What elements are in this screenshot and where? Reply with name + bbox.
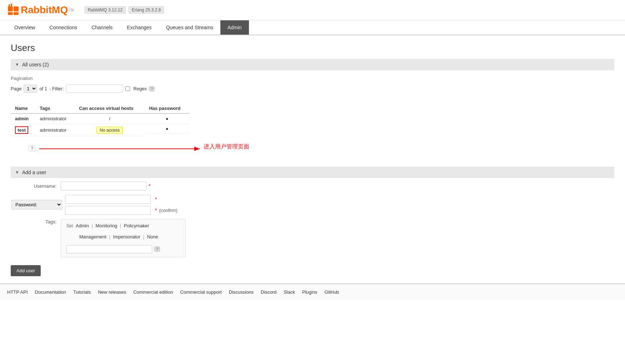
nav-admin[interactable]: Admin xyxy=(220,20,249,35)
footer-link-github[interactable]: GitHub xyxy=(325,289,339,295)
page-select[interactable]: 1 xyxy=(24,85,37,93)
footer-link-tutorials[interactable]: Tutorials xyxy=(73,289,91,295)
tag-management-link[interactable]: Management xyxy=(79,234,106,239)
footer-link-http-api[interactable]: HTTP API xyxy=(7,289,28,295)
tags-box: Set Admin | Monitoring | Policymaker Man… xyxy=(61,219,186,257)
regex-label: Regex xyxy=(134,86,147,91)
footer: HTTP APIDocumentationTutorialsNew releas… xyxy=(0,283,625,300)
nav-connections[interactable]: Connections xyxy=(42,20,84,35)
pagination-label: Pagination xyxy=(11,76,614,81)
password-confirm-input[interactable] xyxy=(65,206,151,215)
footer-link-plugins[interactable]: Plugins xyxy=(302,289,318,295)
footer-link-slack[interactable]: Slack xyxy=(284,289,295,295)
nav-exchanges[interactable]: Exchanges xyxy=(120,20,159,35)
annotation-area: ? 进入用户管理页面 xyxy=(11,138,614,163)
no-access-badge: No access xyxy=(96,127,123,134)
add-user-arrow-icon: ▼ xyxy=(15,170,19,175)
footer-link-discussions[interactable]: Discussions xyxy=(229,289,254,295)
logo-tm: TM xyxy=(69,8,74,12)
table-row: admin administrator / ● xyxy=(11,113,189,124)
tag-policymaker-link[interactable]: Policymaker xyxy=(124,223,149,228)
filter-label: - Filter: xyxy=(49,86,64,91)
password-type-select[interactable]: Password: Hashed password: xyxy=(11,200,62,209)
tags-help-icon[interactable]: ? xyxy=(154,247,160,252)
logo-icon xyxy=(7,4,20,16)
confirm-label: (confirm) xyxy=(159,208,177,213)
logo-text: RabbitMQ xyxy=(21,4,68,16)
tags-label: Tags: xyxy=(11,219,61,224)
tags-links-2: Management | Impersonator | None xyxy=(79,234,158,239)
password-required: * xyxy=(155,196,157,202)
username-row: Username: * xyxy=(11,182,614,191)
svg-rect-2 xyxy=(8,12,13,15)
user-admin-tags: administrator xyxy=(35,113,75,124)
footer-link-documentation[interactable]: Documentation xyxy=(35,289,66,295)
logo: RabbitMQ TM xyxy=(7,4,74,16)
user-admin-vhost: / xyxy=(75,113,145,124)
regex-help-icon[interactable]: ? xyxy=(149,86,155,91)
svg-rect-5 xyxy=(11,4,12,7)
main-content: Users ▼ All users (2) Pagination Page 1 … xyxy=(0,35,625,283)
of-label: of 1 xyxy=(39,86,47,91)
tags-input[interactable] xyxy=(66,245,152,253)
username-input[interactable] xyxy=(61,182,146,191)
all-users-arrow-icon: ▼ xyxy=(15,62,19,67)
svg-rect-3 xyxy=(14,12,19,15)
username-label: Username: xyxy=(11,183,61,189)
user-test-password: ● xyxy=(145,124,189,134)
erlang-version-badge: Erlang 25.3.2.8 xyxy=(129,6,164,14)
tag-impersonator-link[interactable]: Impersonator xyxy=(113,234,141,239)
annotation-arrow-svg xyxy=(11,138,211,160)
password-row: Password: Hashed password: * * (confirm) xyxy=(11,195,614,215)
col-tags: Tags xyxy=(35,103,75,113)
footer-link-commercial-support[interactable]: Commercial support xyxy=(180,289,221,295)
add-user-form: Username: * Password: Hashed password: *… xyxy=(11,182,614,276)
col-virtual-hosts: Can access virtual hosts xyxy=(75,103,145,113)
page-label: Page xyxy=(11,86,21,91)
user-test-vhost: No access xyxy=(75,124,145,136)
table-row: test administrator No access ● xyxy=(11,124,189,136)
add-user-title: Add a user xyxy=(22,170,46,175)
user-test-link[interactable]: test xyxy=(15,126,28,134)
username-required: * xyxy=(149,183,150,189)
tags-row: Tags: Set Admin | Monitoring | Policymak… xyxy=(11,219,614,257)
pagination-section: Pagination Page 1 of 1 - Filter: Regex ? xyxy=(11,70,614,98)
page-title: Users xyxy=(11,42,614,54)
nav-queues[interactable]: Queues and Streams xyxy=(159,20,220,35)
nav-overview[interactable]: Overview xyxy=(7,20,42,35)
header: RabbitMQ TM RabbitMQ 3.12.12 Erlang 25.3… xyxy=(0,0,625,20)
svg-rect-1 xyxy=(14,6,19,11)
rabbitmq-version-badge: RabbitMQ 3.12.12 xyxy=(85,6,126,14)
tag-admin-link[interactable]: Admin xyxy=(76,223,89,228)
col-has-password: Has password xyxy=(145,103,189,113)
filter-input[interactable] xyxy=(66,85,123,93)
add-user-button[interactable]: Add user xyxy=(11,265,41,276)
all-users-section-header[interactable]: ▼ All users (2) xyxy=(11,59,614,70)
tag-monitoring-link[interactable]: Monitoring xyxy=(96,223,118,228)
tag-none-link[interactable]: None xyxy=(147,234,158,239)
set-label: Set xyxy=(66,223,73,228)
main-nav: Overview Connections Channels Exchanges … xyxy=(0,20,625,35)
users-table: Name Tags Can access virtual hosts Has p… xyxy=(11,103,189,136)
annotation-text: 进入用户管理页面 xyxy=(204,143,249,151)
svg-rect-4 xyxy=(9,4,10,7)
user-admin-link[interactable]: admin xyxy=(15,116,29,121)
tags-links: Admin | Monitoring | Policymaker xyxy=(76,223,149,228)
svg-rect-0 xyxy=(8,6,13,11)
password-confirm-required: * xyxy=(155,207,157,213)
col-name: Name xyxy=(11,103,35,113)
user-admin-password: ● xyxy=(145,114,189,124)
add-user-section-header[interactable]: ▼ Add a user xyxy=(11,167,614,178)
pagination-controls: Page 1 of 1 - Filter: Regex ? xyxy=(11,85,614,93)
all-users-title: All users (2) xyxy=(22,62,49,67)
nav-channels[interactable]: Channels xyxy=(84,20,120,35)
footer-link-discord[interactable]: Discord xyxy=(261,289,276,295)
footer-link-new-releases[interactable]: New releases xyxy=(98,289,126,295)
footer-link-commercial-edition[interactable]: Commercial edition xyxy=(133,289,173,295)
user-test-tags: administrator xyxy=(35,124,75,136)
password-input[interactable] xyxy=(65,195,151,204)
regex-checkbox[interactable] xyxy=(125,86,130,91)
